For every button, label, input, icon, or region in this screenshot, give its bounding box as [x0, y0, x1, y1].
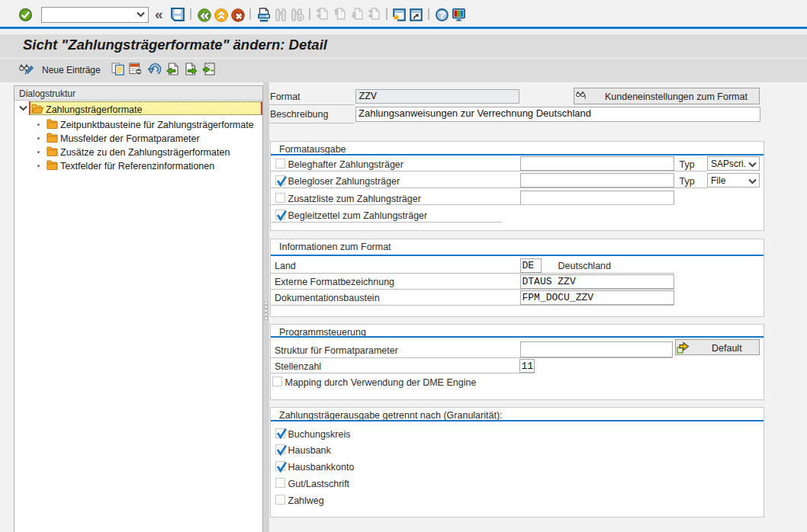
svg-text:?: ?: [439, 9, 445, 21]
